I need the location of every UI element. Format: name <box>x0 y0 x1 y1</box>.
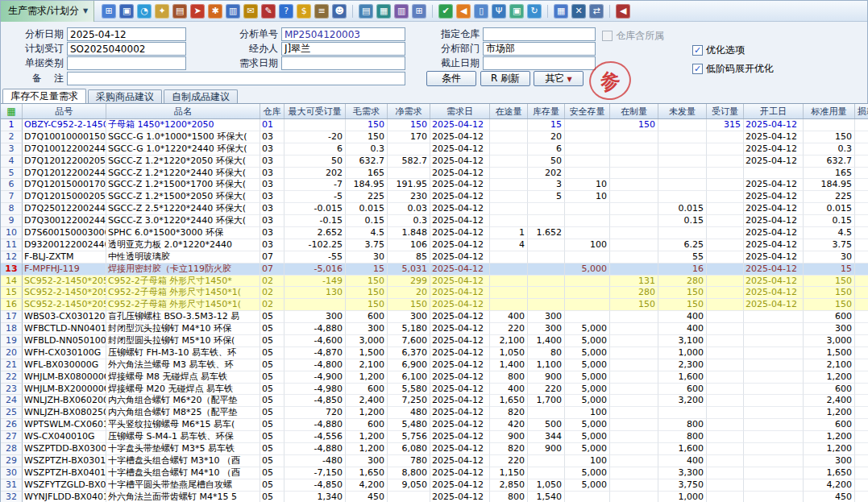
cell-std_usage[interactable]: 2,400 <box>804 395 855 407</box>
cell-ordered[interactable] <box>707 395 744 407</box>
tab-1[interactable]: 库存不足量需求 <box>2 89 86 103</box>
cell-std_usage[interactable]: 150 <box>804 287 855 299</box>
cell-in_production[interactable] <box>610 359 658 371</box>
cell-ordered[interactable] <box>707 239 744 251</box>
corner-header-cell[interactable]: ▦ <box>1 104 23 118</box>
cell-gross_demand[interactable]: 184.95 <box>346 179 388 191</box>
cell-max_orderable[interactable]: -480 <box>284 455 346 467</box>
cell-item_no[interactable]: D7Q1201500020500G <box>23 191 106 203</box>
cell-max_orderable[interactable]: -7,150 <box>284 467 346 479</box>
column-header-ordered[interactable]: 受订量 <box>707 104 744 118</box>
cell-net_demand[interactable]: 6,080 <box>388 443 430 455</box>
cell-unshipped[interactable]: 55 <box>658 251 707 263</box>
cell-item_no[interactable]: OBZY-C952-2-1450*2050 <box>23 119 106 131</box>
table-row[interactable]: 11D932001220024400G透明亚克力板 2.0*1220*24400… <box>1 239 868 251</box>
cell-item_no[interactable]: WFH-CX030100G <box>23 347 106 359</box>
cell-std_usage[interactable]: 150 <box>804 299 855 311</box>
table-row[interactable]: 1OBZY-C952-2-1450*2050子母箱 1450*1200*2050… <box>1 119 868 131</box>
currency-icon[interactable]: $ <box>297 4 311 19</box>
cell-net_demand[interactable]: 5,480 <box>388 419 430 431</box>
cell-warehouse[interactable]: 05 <box>260 359 284 371</box>
cell-std_usage[interactable]: 184.95 <box>804 179 855 191</box>
column-header-item_no[interactable]: 品号 <box>23 104 106 118</box>
cell-in_production[interactable] <box>610 191 658 203</box>
column-header-demand_date[interactable]: 需求日 <box>430 104 490 118</box>
cell-loss[interactable] <box>855 443 868 455</box>
cell-on_hand[interactable]: 500 <box>528 419 565 431</box>
cell-start_date[interactable]: 2025-04-12 <box>744 251 804 263</box>
cell-item_no[interactable]: WFBLD-NN050100G <box>23 335 106 347</box>
cell-item_name[interactable]: SGCC-G 1.0*1000*1500 环保大( <box>106 131 260 143</box>
report-icon[interactable]: ▤ <box>359 4 373 19</box>
cell-item_no[interactable]: WNLJZH-BX080250G <box>23 407 106 419</box>
cell-warehouse[interactable]: 03 <box>260 191 284 203</box>
cell-ordered[interactable] <box>707 131 744 143</box>
help-icon[interactable]: ? <box>279 4 293 19</box>
cell-on_hand[interactable] <box>528 215 565 227</box>
cell-in_transit[interactable]: 1,050 <box>490 347 528 359</box>
cell-net_demand[interactable]: 480 <box>388 407 430 419</box>
end-date-input[interactable] <box>483 56 596 70</box>
cell-ordered[interactable] <box>707 227 744 239</box>
cell-net_demand[interactable]: 0.03 <box>388 203 430 215</box>
mail-icon[interactable]: ✉ <box>243 4 258 19</box>
cell-ordered[interactable] <box>707 179 744 191</box>
cell-on_hand[interactable]: 202 <box>528 168 565 180</box>
cell-on_hand[interactable] <box>528 299 565 311</box>
cell-in_transit[interactable] <box>490 251 528 263</box>
cell-safety_stock[interactable]: 5,000 <box>565 419 610 431</box>
org-tree-icon[interactable]: Ψ <box>492 4 506 19</box>
cell-item_no[interactable]: WFL-BX030000G <box>23 359 106 371</box>
cell-std_usage[interactable]: 3.75 <box>804 239 855 251</box>
low-level-expand-checkbox[interactable]: ✓ 低阶码展开优化 <box>692 62 774 76</box>
cell-std_usage[interactable]: 1,200 <box>804 443 855 455</box>
cell-net_demand[interactable]: 6,370 <box>388 347 430 359</box>
cell-std_usage[interactable]: 0.15 <box>804 215 855 227</box>
cell-safety_stock[interactable] <box>565 143 610 156</box>
cell-std_usage[interactable] <box>804 119 855 131</box>
row-number[interactable]: 27 <box>1 431 23 443</box>
cell-in_transit[interactable] <box>490 191 528 203</box>
cell-in_production[interactable] <box>610 227 658 239</box>
analysis-date-input[interactable] <box>67 27 186 41</box>
cell-item_no[interactable]: WSZPTDD-BX030050G <box>23 443 106 455</box>
row-number[interactable]: 19 <box>1 335 23 347</box>
cell-on_hand[interactable]: 1,540 <box>528 492 565 502</box>
cell-net_demand[interactable]: 6,900 <box>388 359 430 371</box>
column-header-in_transit[interactable]: 在途量 <box>490 104 528 118</box>
cell-ordered[interactable] <box>707 143 744 156</box>
column-header-max_orderable[interactable]: 最大可受订量 <box>284 104 346 118</box>
cell-safety_stock[interactable] <box>565 215 610 227</box>
cell-item_no[interactable]: WBS03-CX030120G <box>23 311 106 323</box>
condition-button[interactable]: 条件 <box>426 71 476 86</box>
cell-unshipped[interactable] <box>658 168 707 180</box>
table-row[interactable]: 14SC952-2-1450*2050-(C952-2子母箱 外形尺寸1450*… <box>1 276 868 288</box>
cell-demand_date[interactable]: 2025-04-12 <box>430 299 490 311</box>
cell-item_name[interactable]: 封闭型沉头拉铆钉 M4*10 环保 <box>106 323 260 335</box>
cell-gross_demand[interactable]: 1,200 <box>346 443 388 455</box>
row-number[interactable]: 29 <box>1 455 23 467</box>
cell-on_hand[interactable] <box>528 467 565 479</box>
users-icon[interactable]: ☻ <box>332 4 347 19</box>
cell-item_name[interactable]: C952-2子母箱 外形尺寸1450*1( <box>106 287 260 299</box>
cell-on_hand[interactable]: 300 <box>528 311 565 323</box>
cell-safety_stock[interactable]: 5,000 <box>565 443 610 455</box>
cell-on_hand[interactable] <box>528 455 565 467</box>
cell-warehouse[interactable]: 05 <box>260 455 284 467</box>
cell-unshipped[interactable]: 0.015 <box>658 203 707 215</box>
cell-item_no[interactable]: D7Q1201220020500G <box>23 156 106 168</box>
cell-on_hand[interactable] <box>528 276 565 288</box>
cell-gross_demand[interactable]: 225 <box>346 191 388 203</box>
cell-ordered[interactable] <box>707 156 744 168</box>
cell-in_transit[interactable]: 1,650 <box>490 395 528 407</box>
table-row[interactable]: 9D7Q3001220024400GSGCC-Z 3.0*1220*2440 环… <box>1 215 868 227</box>
cell-gross_demand[interactable]: 4.5 <box>346 227 388 239</box>
cell-net_demand[interactable]: 7,250 <box>388 395 430 407</box>
cell-gross_demand[interactable]: 150 <box>346 276 388 288</box>
cell-ordered[interactable] <box>707 203 744 215</box>
cell-max_orderable[interactable]: -55 <box>284 251 346 263</box>
cell-on_hand[interactable]: 900 <box>528 443 565 455</box>
table-row[interactable]: 24WNLJZH-BX060200G内六角组合螺钉 M6*20（配平垫05-4,… <box>1 395 868 407</box>
row-number[interactable]: 23 <box>1 384 23 396</box>
cell-std_usage[interactable]: 300 <box>804 323 855 335</box>
